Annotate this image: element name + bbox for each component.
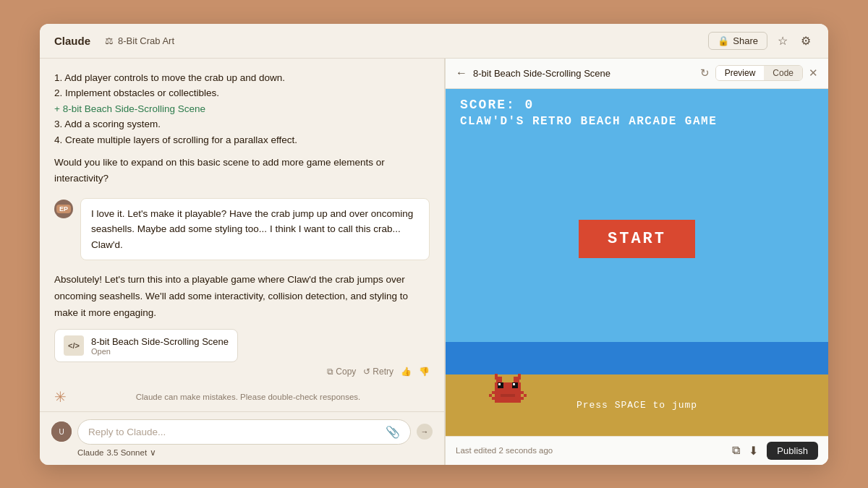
last-edited: Last edited 2 seconds ago xyxy=(456,446,728,455)
project-icon: ⚖ xyxy=(105,35,114,46)
copy-button[interactable]: ⧉ Copy xyxy=(327,367,356,377)
code-icon: </> xyxy=(64,335,84,356)
user-avatar: U xyxy=(51,421,72,442)
preview-panel: ← 8-bit Beach Side-Scrolling Scene ↻ Pre… xyxy=(445,59,828,465)
header-actions: 🔒 Share ☆ ⚙ xyxy=(708,31,814,51)
score-display: SCORE: 0 xyxy=(460,98,814,112)
thumbs-up-button[interactable]: 👍 xyxy=(401,367,412,377)
svg-rect-1 xyxy=(489,394,492,397)
crab-sprite xyxy=(489,374,527,406)
attach-icon: 📎 xyxy=(386,425,400,439)
code-card-title: 8-bit Beach Side-Scrolling Scene xyxy=(91,336,229,347)
game-canvas: SCORE: 0 CLAW'D'S RETRO BEACH ARCADE GAM… xyxy=(446,89,828,436)
highlight-text: + 8-bit Beach Side-Scrolling Scene xyxy=(54,101,430,117)
svg-rect-5 xyxy=(521,397,524,400)
list-item: EP I love it. Let's make it playable? Ha… xyxy=(54,198,430,261)
model-selector[interactable]: Claude 3.5 Sonnet ∨ xyxy=(51,448,433,458)
preview-title: 8-bit Beach Side-Scrolling Scene xyxy=(473,68,700,79)
start-button[interactable]: START xyxy=(579,220,695,258)
close-button[interactable]: ✕ xyxy=(809,67,818,80)
assistant-message-2: Absolutely! Let's turn this into a playa… xyxy=(54,272,430,322)
lock-icon: 🔒 xyxy=(718,35,729,46)
game-ground: Press SPACE to jump xyxy=(446,342,828,436)
input-row: U Reply to Claude... 📎 → xyxy=(51,419,433,445)
chevron-down-icon: ∨ xyxy=(150,448,156,458)
status-text: Claude can make mistakes. Please double-… xyxy=(67,393,430,401)
copy-icon: ⧉ xyxy=(327,367,333,377)
svg-rect-4 xyxy=(524,394,527,397)
thumbs-down-button[interactable]: 👎 xyxy=(419,367,430,377)
retry-button[interactable]: ↺ Retry xyxy=(363,367,393,377)
svg-rect-10 xyxy=(513,383,515,385)
code-preview-card[interactable]: </> 8-bit Beach Side-Scrolling Scene Ope… xyxy=(54,329,238,362)
publish-button[interactable]: Publish xyxy=(767,442,818,460)
tab-preview[interactable]: Preview xyxy=(716,66,765,80)
user-badge: EP xyxy=(56,205,71,213)
app-header: Claude ⚖ 8-Bit Crab Art 🔒 Share ☆ ⚙ xyxy=(40,24,828,59)
svg-rect-14 xyxy=(495,374,498,380)
chat-panel: 1. Add player controls to move the crab … xyxy=(40,59,445,465)
avatar: EP xyxy=(54,200,73,218)
svg-rect-15 xyxy=(518,374,521,380)
claude-asterisk-icon: ✳ xyxy=(54,388,67,406)
game-sea xyxy=(446,342,828,374)
preview-content: SCORE: 0 CLAW'D'S RETRO BEACH ARCADE GAM… xyxy=(446,89,828,436)
status-row: ✳ Claude can make mistakes. Please doubl… xyxy=(54,388,430,406)
send-button[interactable]: → xyxy=(417,424,433,440)
preview-tabs: Preview Code xyxy=(715,65,803,81)
assistant-message-1: 1. Add player controls to move the crab … xyxy=(54,70,430,187)
list-item: 1. Add player controls to move the crab … xyxy=(54,70,430,187)
game-title: CLAW'D'S RETRO BEACH ARCADE GAME xyxy=(460,115,814,128)
chat-input-area: U Reply to Claude... 📎 → Claude 3.5 Sonn… xyxy=(40,411,444,465)
game-hud: SCORE: 0 CLAW'D'S RETRO BEACH ARCADE GAM… xyxy=(446,89,828,137)
main-window: Claude ⚖ 8-Bit Crab Art 🔒 Share ☆ ⚙ 1. A… xyxy=(40,24,828,465)
list-item: Absolutely! Let's turn this into a playa… xyxy=(54,272,430,377)
user-message-content: I love it. Let's make it playable? Have … xyxy=(80,198,430,261)
tab-code[interactable]: Code xyxy=(764,66,802,80)
chat-messages: 1. Add player controls to move the crab … xyxy=(40,59,444,411)
share-button[interactable]: 🔒 Share xyxy=(708,32,767,50)
copy-footer-button[interactable]: ⧉ xyxy=(728,442,744,459)
message-actions: ⧉ Copy ↺ Retry 👍 👎 xyxy=(54,367,430,377)
reply-placeholder: Reply to Claude... xyxy=(88,427,166,437)
download-button[interactable]: ⬇ xyxy=(744,442,762,460)
preview-back-button[interactable]: ← xyxy=(456,67,467,80)
preview-header: ← 8-bit Beach Side-Scrolling Scene ↻ Pre… xyxy=(446,59,828,89)
star-button[interactable]: ☆ xyxy=(775,31,791,51)
svg-rect-2 xyxy=(492,397,495,400)
content-area: 1. Add player controls to move the crab … xyxy=(40,59,828,465)
project-info: ⚖ 8-Bit Crab Art xyxy=(105,35,174,46)
reply-input[interactable]: Reply to Claude... 📎 xyxy=(77,419,411,445)
game-middle: START xyxy=(446,137,828,342)
project-title: 8-Bit Crab Art xyxy=(118,35,174,46)
preview-footer: Last edited 2 seconds ago ⧉ ⬇ Publish xyxy=(446,436,828,465)
svg-rect-0 xyxy=(492,391,495,394)
svg-rect-3 xyxy=(521,391,524,394)
refresh-button[interactable]: ↻ xyxy=(700,67,710,80)
code-card-subtitle: Open xyxy=(91,347,229,356)
model-version: 3.5 Sonnet xyxy=(106,448,147,457)
game-hint: Press SPACE to jump xyxy=(576,400,697,411)
settings-button[interactable]: ⚙ xyxy=(798,31,814,51)
svg-rect-9 xyxy=(498,383,501,385)
model-name: Claude xyxy=(77,448,103,457)
svg-rect-11 xyxy=(501,394,515,397)
app-logo: Claude xyxy=(54,35,90,47)
retry-icon: ↺ xyxy=(363,367,370,377)
